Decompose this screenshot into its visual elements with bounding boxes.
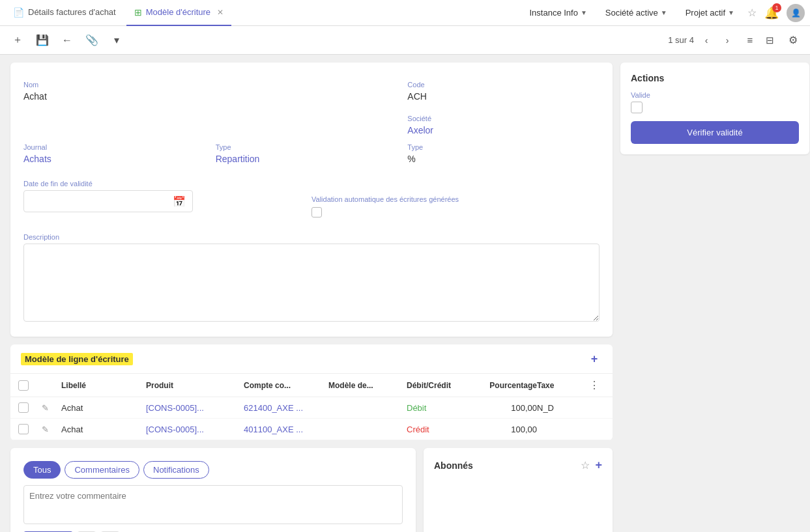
row2-produit[interactable]: [CONS-0005]...: [146, 425, 244, 434]
row1-libelle: Achat: [61, 403, 146, 413]
societe-value[interactable]: Axelor: [407, 125, 592, 135]
abonnes-header: Abonnés ☆ +: [434, 458, 602, 472]
date-input-wrapper[interactable]: 📅: [23, 190, 193, 212]
settings-btn[interactable]: ⚙: [784, 31, 802, 49]
societe-btn[interactable]: Société active ▼: [600, 5, 673, 20]
table-row: ✎ Achat [CONS-0005]... 621400_AXE ... Dé…: [10, 397, 613, 419]
abonnes-card: Abonnés ☆ +: [424, 448, 613, 532]
section-title: Modèle de ligne d'écriture: [21, 353, 133, 365]
code-value: ACH: [407, 91, 592, 102]
main-content: Nom Achat Code ACH Société Axelor: [0, 55, 810, 532]
col-modele-header: Modèle de...: [328, 381, 407, 390]
projet-arrow: ▼: [728, 9, 734, 16]
list-view-btn[interactable]: ≡: [741, 31, 759, 49]
tab-notifications[interactable]: Notifications: [143, 461, 209, 479]
actions-title: Actions: [631, 73, 799, 83]
projet-label: Projet actif: [686, 8, 725, 18]
description-textarea[interactable]: [23, 244, 600, 322]
col-produit-header: Produit: [146, 381, 244, 390]
valide-checkbox[interactable]: [631, 102, 643, 113]
table-header: Libellé Produit Compte co... Modèle de..…: [10, 374, 613, 397]
user-avatar[interactable]: 👤: [787, 4, 805, 22]
date-input[interactable]: [31, 197, 167, 206]
side-panel: Actions Valide Vérifier validité: [620, 63, 809, 532]
date-field: Date de fin de validité 📅: [23, 175, 311, 225]
journal-value[interactable]: Achats: [23, 154, 208, 164]
back-btn[interactable]: ←: [57, 31, 77, 50]
instance-info-label: Instance Info: [529, 8, 577, 18]
more-btn[interactable]: ▾: [107, 31, 126, 50]
attach-btn[interactable]: 📎: [82, 31, 102, 50]
table-add-btn[interactable]: +: [586, 351, 602, 367]
row1-edit-icon[interactable]: ✎: [42, 403, 49, 413]
col-compte-header: Compte co...: [244, 381, 328, 390]
comments-card: Tous Commentaires Notifications Envoyer …: [10, 448, 416, 532]
societe-arrow: ▼: [661, 9, 667, 16]
row1-pct: 100,00: [472, 403, 537, 413]
date-label: Date de fin de validité: [23, 180, 304, 188]
table-row: ✎ Achat [CONS-0005]... 401100_AXE ... Cr…: [10, 419, 613, 440]
valide-label: Valide: [631, 91, 799, 99]
row1-compte[interactable]: 621400_AXE ...: [244, 403, 328, 413]
prev-btn[interactable]: ‹: [698, 32, 715, 49]
pagination-text: 1 sur 4: [668, 35, 694, 45]
row1-taxe: N_D: [537, 403, 589, 413]
row2-edit-icon[interactable]: ✎: [42, 425, 49, 434]
nom-value: Achat: [23, 91, 399, 102]
toolbar: ＋ 💾 ← 📎 ▾ 1 sur 4 ‹ › ≡ ⊟ ⚙: [0, 26, 810, 55]
societe-label: Société active: [605, 8, 658, 18]
type1-label: Type: [216, 143, 400, 151]
save-btn[interactable]: 💾: [33, 31, 52, 50]
comment-tabs: Tous Commentaires Notifications: [23, 461, 403, 479]
col-taxe-header: Taxe: [537, 381, 589, 390]
type2-field: Type %: [407, 138, 600, 172]
tab-close-icon[interactable]: ✕: [217, 8, 224, 17]
row1-dc: Débit: [407, 403, 472, 413]
description-label: Description: [23, 233, 600, 241]
table-icon: ⊞: [134, 7, 142, 18]
row2-dc: Crédit: [407, 425, 472, 434]
tab-modele-ecriture[interactable]: ⊞ Modèle d'écriture ✕: [126, 0, 231, 26]
new-btn[interactable]: ＋: [8, 31, 27, 50]
societe-label: Société: [407, 115, 592, 122]
comment-textarea[interactable]: [23, 485, 403, 524]
instance-info-arrow: ▼: [581, 9, 587, 16]
type1-value[interactable]: Repartition: [216, 154, 400, 164]
row2-checkbox[interactable]: [18, 424, 29, 434]
card-view-btn[interactable]: ⊟: [760, 31, 779, 49]
code-field: Code ACH: [407, 76, 600, 109]
notifications-btn[interactable]: 🔔 1: [764, 6, 779, 20]
bottom-section: Tous Commentaires Notifications Envoyer …: [10, 448, 613, 532]
form-card: Nom Achat Code ACH Société Axelor: [10, 63, 613, 337]
header-checkbox[interactable]: [18, 380, 29, 391]
instance-info-btn[interactable]: Instance Info ▼: [524, 5, 592, 20]
tab-commentaires[interactable]: Commentaires: [65, 461, 139, 479]
abonnes-title: Abonnés: [434, 460, 575, 471]
row1-produit[interactable]: [CONS-0005]...: [146, 403, 244, 413]
validation-field: Validation automatique des écritures gén…: [311, 175, 600, 225]
row1-checkbox[interactable]: [18, 402, 29, 413]
row2-compte[interactable]: 401100_AXE ...: [244, 425, 328, 434]
journal-field: Journal Achats: [23, 138, 216, 172]
tab-details-factures[interactable]: 📄 Détails factures d'achat: [5, 0, 124, 26]
section-header: Modèle de ligne d'écriture +: [10, 344, 613, 374]
favorite-icon[interactable]: ☆: [747, 7, 757, 19]
validation-label: Validation automatique des écritures gén…: [311, 195, 592, 203]
nom-field: Nom Achat: [23, 76, 407, 109]
validation-checkbox[interactable]: [311, 207, 322, 217]
nom-label: Nom: [23, 81, 399, 89]
type1-field: Type Repartition: [216, 138, 408, 172]
projet-btn[interactable]: Projet actif ▼: [680, 5, 740, 20]
calendar-icon[interactable]: 📅: [173, 195, 186, 208]
abonnes-star-icon[interactable]: ☆: [581, 459, 590, 471]
tab-tous[interactable]: Tous: [23, 461, 61, 479]
col-dc-header: Débit/Crédit: [407, 381, 472, 390]
next-btn[interactable]: ›: [719, 32, 736, 49]
journal-label: Journal: [23, 143, 208, 151]
abonnes-add-btn[interactable]: +: [595, 458, 602, 472]
column-options-icon[interactable]: ⋮: [589, 380, 600, 391]
verify-btn[interactable]: Vérifier validité: [631, 121, 799, 144]
row2-libelle: Achat: [61, 425, 146, 434]
topbar: 📄 Détails factures d'achat ⊞ Modèle d'éc…: [0, 0, 810, 26]
table-section: Modèle de ligne d'écriture + Libellé Pro…: [10, 344, 613, 440]
